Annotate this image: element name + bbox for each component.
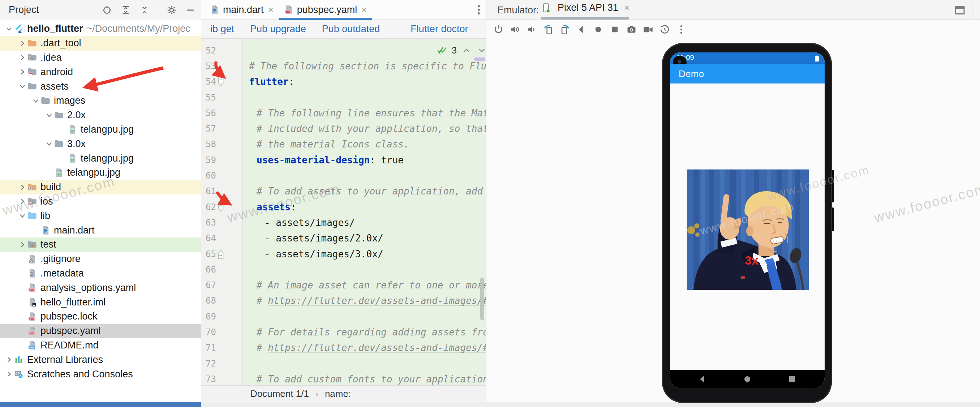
editor-code-area[interactable]: 5253# The following section is specific …: [201, 39, 486, 385]
chevron-right-icon[interactable]: [18, 54, 27, 62]
tree-row-analysis-options-yaml[interactable]: YMLanalysis_options.yaml: [0, 280, 201, 295]
breadcrumb-document[interactable]: Document 1/1: [250, 388, 309, 399]
editor-scrollbar[interactable]: [480, 278, 484, 320]
tree-row-hello-flutter-iml[interactable]: hello_flutter.iml: [0, 295, 201, 309]
code-line-55[interactable]: 55: [201, 90, 486, 105]
tree-row-android[interactable]: android: [0, 65, 201, 79]
tree-row-test[interactable]: test: [0, 237, 201, 252]
overview-icon[interactable]: [609, 23, 621, 35]
volume-down-icon[interactable]: [525, 23, 538, 35]
volume-up-icon[interactable]: [509, 23, 521, 35]
chevron-right-icon[interactable]: [18, 241, 27, 249]
close-icon[interactable]: ×: [624, 2, 630, 13]
rotate-left-icon[interactable]: [542, 23, 554, 35]
fold-marker-icon[interactable]: [216, 76, 226, 87]
tab-pubspec-yaml[interactable]: YML pubspec.yaml ×: [278, 0, 372, 19]
tree-row-2-0x[interactable]: 2.0x: [0, 108, 201, 122]
power-icon[interactable]: [492, 23, 504, 35]
emulator-device-tab[interactable]: Pixel 5 API 31 ×: [541, 2, 630, 13]
chevron-down-icon[interactable]: [31, 97, 40, 105]
collapse-all-icon[interactable]: [139, 5, 150, 16]
inspection-widget[interactable]: 3: [436, 45, 487, 56]
code-line-60[interactable]: 60: [201, 168, 486, 183]
code-line-68[interactable]: 68# https://flutter.dev/assets-and-image…: [201, 293, 486, 309]
phone-screen[interactable]: 11:09 Demo: [670, 52, 825, 388]
fold-marker-icon[interactable]: [216, 202, 226, 213]
home-icon[interactable]: [592, 23, 604, 35]
window-restore-icon[interactable]: [953, 4, 966, 17]
editor-options-kebab-icon[interactable]: [473, 4, 485, 16]
code-line-66[interactable]: 66: [201, 262, 486, 277]
pub-outdated-link[interactable]: Pub outdated: [322, 24, 380, 35]
chevron-right-icon[interactable]: [18, 40, 27, 47]
tree-row-telangpu-jpg[interactable]: telangpu.jpg: [0, 122, 201, 137]
project-panel-title[interactable]: Project: [9, 4, 39, 16]
chevron-right-icon[interactable]: [18, 197, 27, 205]
code-line-70[interactable]: 70# For details regarding adding assets …: [201, 324, 486, 340]
locate-file-icon[interactable]: [102, 5, 112, 16]
code-line-54[interactable]: 54flutter:: [201, 74, 486, 90]
chevron-right-icon[interactable]: [18, 68, 27, 76]
close-icon[interactable]: ×: [361, 4, 367, 16]
breadcrumb-name[interactable]: name:: [325, 388, 351, 399]
tree-row-readme-md[interactable]: MDREADME.md: [0, 338, 201, 353]
camera-icon[interactable]: [625, 23, 638, 35]
code-line-65[interactable]: 65- assets/images/3.0x/: [201, 246, 486, 262]
chevron-right-icon[interactable]: [18, 183, 27, 191]
gear-icon[interactable]: [166, 5, 177, 16]
tree-row-3-0x[interactable]: 3.0x: [0, 137, 201, 151]
code-line-62[interactable]: 62assets:: [201, 199, 486, 215]
tree-row-telangpu-jpg[interactable]: telangpu.jpg: [0, 165, 201, 180]
code-line-53[interactable]: 53# The following section is specific to…: [201, 58, 486, 74]
code-line-73[interactable]: 73# To add custom fonts to your applicat…: [201, 371, 486, 385]
chevron-right-icon[interactable]: [4, 370, 14, 378]
code-line-71[interactable]: 71# https://flutter.dev/assets-and-image…: [201, 340, 486, 356]
tree-row--gitignore[interactable]: .gitignore: [0, 252, 201, 266]
chevron-right-icon[interactable]: [4, 356, 14, 364]
tree-row-main-dart[interactable]: main.dart: [0, 223, 201, 237]
chevron-down-icon[interactable]: [4, 25, 14, 33]
tree-row-lib[interactable]: lib: [0, 208, 201, 223]
tree-row--metadata[interactable]: .metadata: [0, 266, 201, 281]
code-line-57[interactable]: 57# included with your application, so t…: [201, 121, 486, 136]
tree-row-ios[interactable]: ios: [0, 194, 201, 209]
more-icon[interactable]: [675, 23, 687, 35]
tree-row-telangpu-jpg[interactable]: telangpu.jpg: [0, 151, 201, 165]
nav-overview-icon[interactable]: [788, 375, 796, 383]
pub-get-link[interactable]: ib get: [210, 24, 234, 35]
code-line-72[interactable]: 72: [201, 356, 486, 371]
hide-panel-icon[interactable]: [185, 5, 196, 16]
code-line-67[interactable]: 67# An image asset can refer to one or m…: [201, 277, 486, 293]
expand-all-icon[interactable]: [120, 5, 131, 16]
tree-row-hello-flutter[interactable]: hello_flutter~/Documents/My/Projec: [0, 22, 201, 36]
back-icon[interactable]: [575, 23, 587, 35]
code-line-63[interactable]: 63- assets/images/: [201, 215, 486, 230]
chevron-down-icon[interactable]: [45, 111, 54, 119]
tree-row-scratches-and-consoles[interactable]: Scratches and Consoles: [0, 367, 201, 382]
next-issue-icon[interactable]: [476, 45, 487, 56]
tree-row-external-libraries[interactable]: External Libraries: [0, 353, 201, 367]
tree-row-build[interactable]: build: [0, 180, 201, 194]
flutter-doctor-link[interactable]: Flutter doctor: [410, 24, 468, 35]
pub-upgrade-link[interactable]: Pub upgrade: [250, 24, 306, 35]
code-line-64[interactable]: 64- assets/images/2.0x/: [201, 231, 486, 246]
snapshot-icon[interactable]: [659, 23, 671, 35]
chevron-down-icon[interactable]: [18, 83, 27, 91]
rotate-right-icon[interactable]: [558, 23, 571, 35]
tree-row--dart-tool[interactable]: .dart_tool: [0, 36, 201, 51]
tree-row-pubspec-lock[interactable]: YMLpubspec.lock: [0, 309, 201, 324]
error-stripe-mark[interactable]: [474, 57, 485, 61]
tree-row-pubspec-yaml[interactable]: YMLpubspec.yaml: [0, 324, 201, 338]
chevron-down-icon[interactable]: [45, 140, 54, 148]
fold-marker-icon[interactable]: [216, 249, 226, 259]
code-line-61[interactable]: 61# To add assets to your application, a…: [201, 184, 486, 199]
nav-back-icon[interactable]: [698, 375, 707, 383]
video-icon[interactable]: [642, 23, 654, 35]
code-line-58[interactable]: 58# the material Icons class.: [201, 137, 486, 152]
code-line-59[interactable]: 59uses-material-design: true: [201, 152, 486, 168]
tree-row-assets[interactable]: assets: [0, 79, 201, 94]
tree-row--idea[interactable]: .idea: [0, 51, 201, 65]
tree-row-images[interactable]: images: [0, 94, 201, 108]
close-icon[interactable]: ×: [268, 4, 274, 16]
code-line-69[interactable]: 69: [201, 309, 486, 324]
